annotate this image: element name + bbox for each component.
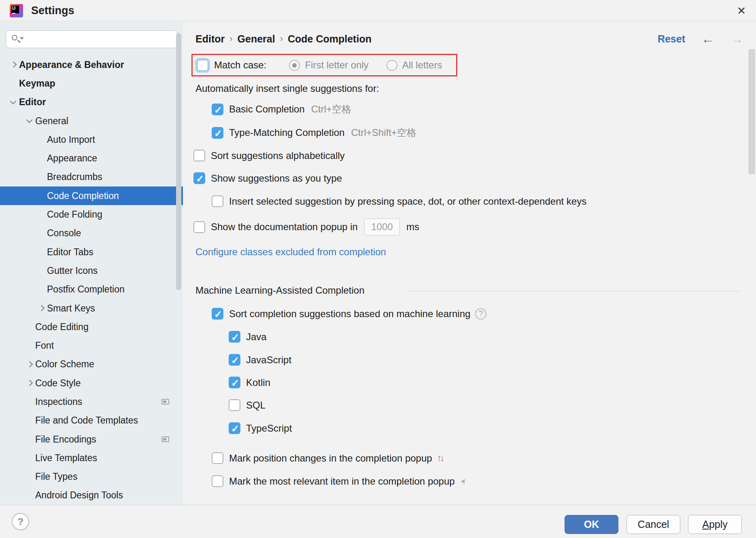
breadcrumb-separator: › bbox=[280, 34, 283, 44]
search-input[interactable] bbox=[21, 31, 177, 48]
sidebar-item-code-folding[interactable]: Code Folding bbox=[0, 205, 183, 224]
chevron-right-icon[interactable] bbox=[8, 61, 19, 69]
forward-arrow-icon[interactable]: → bbox=[731, 32, 743, 45]
kotlin-label: Kotlin bbox=[246, 377, 270, 388]
javascript-label: JavaScript bbox=[246, 354, 291, 366]
type-matching-checkbox[interactable] bbox=[212, 127, 223, 139]
breadcrumb-code-completion: Code Completion bbox=[288, 33, 372, 45]
configure-excluded-classes-link[interactable]: Configure classes excluded from completi… bbox=[195, 246, 386, 258]
match-case-label: Match case: bbox=[214, 59, 266, 71]
java-label: Java bbox=[246, 331, 267, 343]
sql-label: SQL bbox=[246, 400, 265, 411]
sidebar-item-inspections[interactable]: Inspections bbox=[0, 392, 183, 411]
breadcrumb-separator: › bbox=[229, 34, 232, 44]
basic-completion-label: Basic Completion bbox=[229, 104, 305, 115]
typescript-checkbox[interactable] bbox=[229, 422, 240, 434]
sidebar-item-code-style[interactable]: Code Style bbox=[0, 374, 183, 392]
ok-button[interactable]: OK bbox=[565, 515, 618, 534]
match-case-checkbox[interactable] bbox=[197, 59, 208, 71]
section-divider bbox=[407, 291, 741, 291]
first-letter-only-radio[interactable] bbox=[289, 60, 300, 71]
sidebar-item-appearance-behavior[interactable]: Appearance & Behavior bbox=[0, 55, 183, 74]
breadcrumb-editor[interactable]: Editor bbox=[195, 33, 225, 45]
doc-popup-unit: ms bbox=[406, 221, 419, 233]
sidebar-scrollbar[interactable] bbox=[176, 33, 181, 290]
mark-relevant-checkbox[interactable] bbox=[212, 475, 223, 487]
kotlin-checkbox[interactable] bbox=[229, 377, 240, 388]
chevron-right-icon[interactable] bbox=[25, 360, 35, 369]
chevron-right-icon[interactable] bbox=[36, 304, 47, 312]
sidebar-item-postfix-completion[interactable]: Postfix Completion bbox=[0, 280, 183, 299]
sidebar-item-general[interactable]: General bbox=[0, 112, 183, 130]
annotation-highlight-box: Match case: First letter only All letter… bbox=[191, 54, 457, 76]
sidebar-item-console[interactable]: Console bbox=[0, 224, 183, 243]
reset-button[interactable]: Reset bbox=[658, 33, 685, 45]
close-icon[interactable]: ✕ bbox=[733, 3, 750, 19]
first-letter-only-label: First letter only bbox=[305, 59, 368, 71]
mark-position-label: Mark position changes in the completion … bbox=[229, 453, 432, 464]
settings-tree: Appearance & Behavior Keymap Editor Gene… bbox=[0, 55, 183, 505]
chevron-down-icon[interactable] bbox=[8, 98, 19, 106]
settings-content: Editor › General › Code Completion Reset… bbox=[183, 22, 756, 505]
breadcrumb-general[interactable]: General bbox=[238, 33, 275, 45]
ml-section-title: Machine Learning-Assisted Completion bbox=[195, 285, 365, 296]
breadcrumb: Editor › General › Code Completion bbox=[195, 33, 372, 45]
doc-popup-label: Show the documentation popup in bbox=[211, 221, 358, 233]
show-suggestions-checkbox[interactable] bbox=[193, 172, 205, 184]
back-arrow-icon[interactable]: ← bbox=[701, 32, 714, 45]
javascript-checkbox[interactable] bbox=[229, 354, 240, 366]
sidebar-item-code-editing[interactable]: Code Editing bbox=[0, 318, 183, 336]
position-change-icon: ↑↓ bbox=[437, 453, 443, 464]
type-matching-label: Type-Matching Completion bbox=[229, 127, 344, 138]
help-icon[interactable]: ? bbox=[475, 308, 486, 320]
sidebar-item-code-completion[interactable]: Code Completion bbox=[0, 186, 183, 205]
auto-insert-label: Automatically insert single suggestions … bbox=[195, 83, 379, 94]
typescript-label: TypeScript bbox=[246, 423, 292, 434]
search-box[interactable] bbox=[6, 30, 177, 48]
footer-bar: ? OK Cancel Apply bbox=[0, 505, 756, 538]
in-dialog-icon bbox=[161, 436, 169, 442]
intellij-logo-icon: IJ bbox=[10, 4, 23, 17]
search-icon bbox=[11, 34, 21, 44]
help-button[interactable]: ? bbox=[12, 513, 29, 530]
chevron-right-icon[interactable] bbox=[25, 379, 35, 387]
sql-checkbox[interactable] bbox=[229, 399, 240, 411]
sidebar-item-color-scheme[interactable]: Color Scheme bbox=[0, 355, 183, 374]
sidebar-item-keymap[interactable]: Keymap bbox=[0, 74, 183, 93]
sidebar-item-file-encodings[interactable]: File Encodings bbox=[0, 430, 183, 449]
sidebar-item-android-design-tools[interactable]: Android Design Tools bbox=[0, 486, 183, 505]
sidebar-item-font[interactable]: Font bbox=[0, 336, 183, 355]
sidebar-item-gutter-icons[interactable]: Gutter Icons bbox=[0, 261, 183, 280]
all-letters-label: All letters bbox=[402, 59, 442, 71]
ml-sort-checkbox[interactable] bbox=[212, 308, 223, 320]
relevant-item-pin-icon: ➤ bbox=[458, 477, 468, 486]
in-dialog-icon bbox=[161, 399, 169, 405]
window-title: Settings bbox=[31, 4, 74, 17]
all-letters-radio[interactable] bbox=[386, 60, 397, 71]
basic-completion-shortcut: Ctrl+空格 bbox=[311, 103, 351, 116]
doc-popup-delay-field[interactable] bbox=[364, 218, 400, 235]
chevron-down-icon[interactable] bbox=[25, 117, 35, 125]
sidebar-item-breadcrumbs[interactable]: Breadcrumbs bbox=[0, 168, 183, 186]
type-matching-shortcut: Ctrl+Shift+空格 bbox=[351, 126, 416, 139]
cancel-button[interactable]: Cancel bbox=[626, 515, 680, 534]
sidebar-item-file-code-templates[interactable]: File and Code Templates bbox=[0, 411, 183, 430]
sidebar-item-editor-tabs[interactable]: Editor Tabs bbox=[0, 243, 183, 261]
insert-selected-checkbox[interactable] bbox=[212, 195, 223, 207]
show-suggestions-label: Show suggestions as you type bbox=[211, 173, 342, 184]
apply-button[interactable]: Apply bbox=[688, 515, 742, 534]
basic-completion-checkbox[interactable] bbox=[212, 104, 223, 115]
title-bar: IJ Settings ✕ bbox=[0, 0, 756, 21]
sort-alphabetically-checkbox[interactable] bbox=[193, 150, 205, 161]
sidebar-item-appearance[interactable]: Appearance bbox=[0, 149, 183, 167]
sidebar-item-auto-import[interactable]: Auto Import bbox=[0, 130, 183, 149]
mark-relevant-label: Mark the most relevant item in the compl… bbox=[229, 476, 455, 487]
content-scrollbar[interactable] bbox=[749, 49, 755, 174]
mark-position-checkbox[interactable] bbox=[212, 452, 223, 464]
java-checkbox[interactable] bbox=[229, 331, 240, 343]
sidebar-item-smart-keys[interactable]: Smart Keys bbox=[0, 299, 183, 318]
sidebar-item-editor[interactable]: Editor bbox=[0, 93, 183, 112]
sidebar-item-file-types[interactable]: File Types bbox=[0, 468, 183, 486]
doc-popup-checkbox[interactable] bbox=[193, 221, 205, 233]
sidebar-item-live-templates[interactable]: Live Templates bbox=[0, 449, 183, 467]
